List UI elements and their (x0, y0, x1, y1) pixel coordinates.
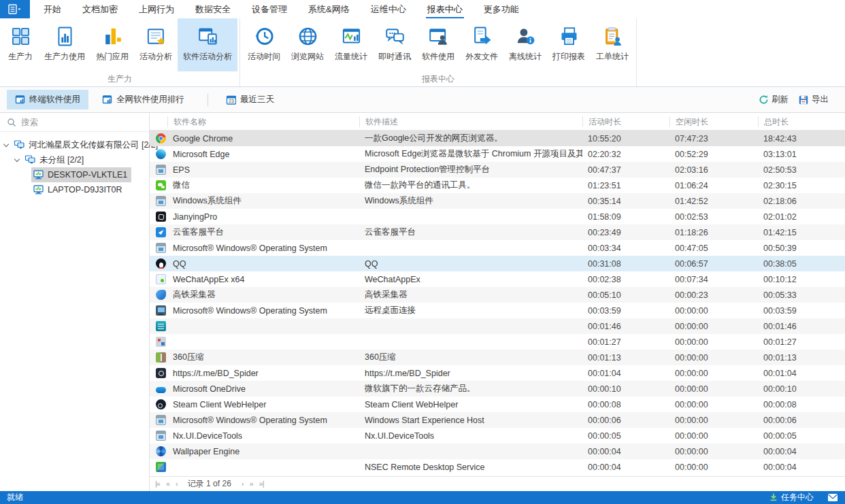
tree-item-label: 河北瀚星辰文化传媒有限公司 [2/2] (29, 139, 158, 151)
table-row[interactable]: Microsoft OneDrive 微软旗下的一款云存储产品。 00:00:1… (150, 381, 845, 397)
table-row[interactable]: Steam Client WebHelper Steam Client WebH… (150, 397, 845, 412)
chevron-down-icon (14, 156, 20, 161)
tree-item-company[interactable]: 河北瀚星辰文化传媒有限公司 [2/2] (0, 137, 149, 152)
ribbon-button-chat[interactable]: 即时通讯 (373, 18, 416, 71)
column-header-desc[interactable]: 软件描述 (359, 116, 582, 127)
table-row[interactable]: Microsoft® Windows® Operating System 远程桌… (150, 303, 845, 318)
search-box[interactable] (0, 113, 149, 132)
menu-item[interactable]: 运维中心 (369, 0, 408, 18)
table-row[interactable]: QQ QQ 00:31:08 00:06:57 00:38:05 (150, 256, 845, 271)
menu-item[interactable]: 更多功能 (482, 0, 520, 18)
table-row[interactable]: Microsoft® Windows® Operating System 00:… (150, 240, 845, 256)
table-row[interactable]: Wallpaper Engine 00:00:04 00:00:00 00:00… (150, 443, 845, 459)
table-row[interactable]: https://t.me/BD_Spider https://t.me/BD_S… (150, 365, 845, 381)
last-page-button[interactable]: »| (259, 480, 264, 488)
table-row[interactable]: 高铁采集器 高铁采集器 00:05:10 00:00:23 00:05:33 (150, 287, 845, 303)
total-duration-cell: 00:05:33 (758, 290, 845, 300)
software-name-cell: 360压缩 (167, 352, 359, 363)
table-row[interactable]: 00:01:46 00:00:00 00:01:46 (150, 318, 845, 334)
ribbon-button-globe[interactable]: 浏览网站 (286, 18, 329, 71)
table-row[interactable]: JianyingPro 01:58:09 00:02:53 02:01:02 (150, 209, 845, 224)
view-tab[interactable]: 23最近三天 (218, 90, 282, 110)
total-duration-cell: 00:01:04 (758, 369, 845, 378)
view-tab[interactable]: 全网软件使用排行 (94, 90, 193, 110)
ribbon-button-label: 活动分析 (139, 51, 172, 63)
column-header-active[interactable]: 活动时长 (582, 116, 669, 127)
column-header-idle[interactable]: 空闲时长 (669, 116, 758, 127)
column-header-icon (150, 116, 167, 127)
next-page-button[interactable]: › (242, 480, 244, 488)
table-row[interactable]: 360压缩 360压缩 00:01:13 00:00:00 00:01:13 (150, 350, 845, 365)
ribbon-button-doc-arrow[interactable]: 外发文件 (460, 18, 503, 71)
table-row[interactable]: WeChatAppEx x64 WeChatAppEx 00:02:38 00:… (150, 271, 845, 287)
software-desc-cell: 远程桌面连接 (359, 305, 582, 316)
status-bar-right: 任务中心 (769, 492, 838, 503)
ribbon-button-person-info[interactable]: 离线统计 (503, 18, 547, 71)
menu-item[interactable]: 开始 (42, 0, 63, 18)
task-center-button[interactable]: 任务中心 (769, 492, 814, 503)
total-duration-cell: 00:01:46 (758, 322, 845, 331)
ribbon-button-window-person[interactable]: 软件使用 (416, 18, 460, 71)
table-row[interactable]: Microsoft® Windows® Operating System Win… (150, 412, 845, 428)
ribbon-button-doc-star[interactable]: 活动分析 (134, 18, 178, 71)
table-row[interactable]: 云雀客服平台 云雀客服平台 00:23:49 01:18:26 01:42:15 (150, 224, 845, 240)
table-row[interactable]: Nx.UI.DeviceTools Nx.UI.DeviceTools 00:0… (150, 428, 845, 443)
app-menu-button[interactable] (0, 0, 30, 18)
tree-item-group[interactable]: 未分组 [2/2] (0, 152, 149, 167)
ribbon-button-label: 软件使用 (422, 51, 454, 63)
table-row[interactable]: 00:01:27 00:00:00 00:01:27 (150, 334, 845, 350)
active-duration-cell: 01:23:51 (582, 181, 669, 190)
pager-right: ›»»| (242, 480, 264, 488)
table-row[interactable]: Windows系统组件 Windows系统组件 00:35:14 01:42:5… (150, 193, 845, 209)
ribbon-button-printer[interactable]: 打印报表 (547, 18, 591, 71)
active-duration-cell: 00:00:06 (582, 416, 669, 425)
view-tab[interactable]: 终端软件使用 (7, 90, 88, 110)
ribbon-button-bar-chart[interactable]: 热门应用 (90, 18, 134, 71)
table-row[interactable]: Google Chrome 一款Google公司开发的网页浏览器。 10:55:… (150, 131, 845, 146)
column-header-name[interactable]: 软件名称 (167, 116, 359, 127)
ribbon-button-traffic-chart[interactable]: 流量统计 (329, 18, 373, 71)
menu-item[interactable]: 数据安全 (194, 0, 232, 18)
search-input[interactable] (21, 118, 142, 127)
ribbon-button-window-chart[interactable]: 软件活动分析 (178, 18, 237, 71)
idle-duration-cell: 00:00:00 (669, 431, 758, 441)
ribbon-button-doc-chart[interactable]: 生产力使用 (39, 18, 90, 71)
fast-next-button[interactable]: » (249, 480, 252, 488)
ribbon-button-clock[interactable]: 活动时间 (242, 18, 286, 71)
table-row[interactable]: Microsoft Edge Microsoft Edge浏览器是微软基于 Ch… (150, 146, 845, 162)
menu-item[interactable]: 上网行为 (137, 0, 176, 18)
table-row[interactable]: 微信 微信一款跨平台的通讯工具。 01:23:51 01:06:24 02:30… (150, 178, 845, 193)
total-duration-cell: 02:50:53 (758, 165, 845, 175)
table-row[interactable]: EPS Endpoint Protection管理控制平台 00:47:37 0… (150, 162, 845, 178)
tree-item-laptop[interactable]: LAPTOP-D9J3IT0R (0, 182, 149, 197)
nsec-app-icon (156, 462, 166, 472)
menu-item[interactable]: 系统&网络 (307, 0, 351, 18)
tree-item-desktop[interactable]: DESKTOP-VLKTLE1 (0, 167, 149, 182)
fast-prev-button[interactable]: « (166, 480, 169, 488)
ribbon-button-clipboard-person[interactable]: 工单统计 (591, 18, 634, 71)
table-row[interactable]: NSEC Remote Desktop Service 00:00:04 00:… (150, 459, 845, 475)
active-duration-cell: 00:01:04 (582, 369, 669, 378)
software-name-cell: Microsoft OneDrive (167, 384, 359, 394)
export-button[interactable]: 导出 (798, 94, 829, 105)
refresh-button[interactable]: 刷新 (759, 94, 789, 105)
menu-item[interactable]: 文档加密 (81, 0, 119, 18)
software-name-cell: EPS (167, 165, 359, 175)
spider-app-icon (156, 368, 166, 378)
software-name-cell: Nx.UI.DeviceTools (167, 431, 359, 441)
software-name-cell: Microsoft Edge (167, 150, 359, 159)
ribbon-button-grid[interactable]: 生产力 (2, 18, 39, 71)
software-name-cell: 微信 (167, 180, 359, 191)
doc-chart-icon (54, 24, 76, 48)
message-icon[interactable] (827, 493, 838, 502)
menu-item[interactable]: 设备管理 (250, 0, 288, 18)
status-bar: 就绪 任务中心 (0, 491, 845, 504)
status-text: 就绪 (7, 492, 23, 503)
column-header-total[interactable]: 总时长 (758, 116, 845, 127)
total-duration-cell: 00:00:06 (758, 416, 845, 425)
first-page-button[interactable]: |« (155, 480, 160, 488)
prev-page-button[interactable]: ‹ (176, 480, 178, 488)
menu-item[interactable]: 报表中心 (426, 0, 464, 18)
chat-icon (384, 24, 405, 48)
idle-duration-cell: 00:00:00 (669, 384, 758, 394)
